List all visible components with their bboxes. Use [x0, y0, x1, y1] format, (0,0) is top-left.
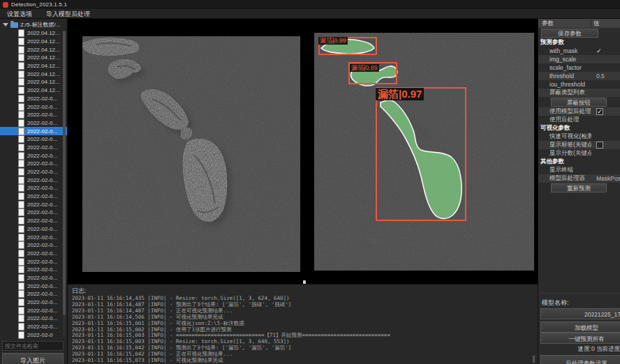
file-item[interactable]: 2022-02-0... [0, 127, 67, 135]
file-item[interactable]: 2022-02-0... [0, 306, 67, 314]
file-item[interactable]: 2022.04.12... [0, 78, 67, 86]
file-item[interactable]: 2022.04.12... [0, 29, 67, 38]
sidebar-scrollbar[interactable] [63, 31, 66, 338]
param-row[interactable]: 显示标签(关键点) [538, 141, 620, 149]
file-item[interactable]: 2022-02-0... [0, 168, 67, 176]
file-item[interactable]: 2022-02-0... [0, 135, 67, 144]
log-scrollbar[interactable] [533, 356, 535, 363]
param-value: 0.5 [591, 73, 620, 79]
file-item[interactable]: 2022-02-0... [0, 257, 67, 266]
file-item[interactable]: 2022.04.12... [0, 70, 67, 78]
param-row[interactable]: with_mask✓ [538, 47, 620, 55]
param-row[interactable]: 快速可视化(检测) [538, 132, 620, 141]
file-item[interactable]: 2022.04.12... [0, 38, 67, 46]
file-item[interactable]: 2022-02-0... [0, 95, 67, 103]
detection-label: 漏箔|0.99 [318, 37, 348, 45]
file-icon [18, 86, 24, 94]
checkbox-empty[interactable] [596, 142, 603, 149]
import-image-button[interactable]: 导入图片 [2, 353, 64, 364]
file-item[interactable]: 2022-02-0... [0, 225, 67, 234]
param-group-header: 可视化参数 [538, 124, 620, 132]
file-item[interactable]: 2022-02-0... [0, 208, 67, 217]
param-label: 使用模型后处理 [538, 107, 591, 116]
file-tree: Z:/5-标注数据/... 2022.04.12...2022.04.12...… [0, 20, 67, 341]
param-row[interactable]: 模型后处理器MaskPostPro [538, 174, 620, 183]
search-input[interactable] [2, 341, 64, 351]
param-row[interactable]: 显示终端 [538, 166, 620, 174]
predict-all-button[interactable]: 一键预测所有 [540, 333, 620, 344]
file-icon [18, 217, 24, 225]
file-item[interactable]: 2022-02-0... [0, 233, 67, 241]
file-item[interactable]: 2022-02-0... [0, 323, 67, 331]
param-group-header: 预测参数 [538, 38, 620, 47]
file-icon [18, 135, 24, 143]
file-item[interactable]: 2022-02-0... [0, 314, 67, 323]
file-item[interactable]: 2022.04.12... [0, 54, 67, 62]
file-icon [18, 314, 24, 322]
param-value [591, 142, 620, 149]
file-icon [18, 266, 24, 273]
file-item[interactable]: 2022.04.12... [0, 62, 67, 70]
file-item[interactable]: 2022-02-0... [0, 250, 67, 258]
file-item[interactable]: 2022-02-0 [0, 331, 67, 339]
checkmark-icon: ✓ [596, 47, 602, 54]
file-item[interactable]: 2022-02-0... [0, 103, 67, 111]
param-row[interactable]: 显示分数(关键点) [538, 149, 620, 158]
menu-item-import-postprocess[interactable]: 导入模型后处理 [39, 9, 97, 19]
tree-root-folder[interactable]: Z:/5-标注数据/... [0, 20, 67, 29]
param-row[interactable]: img_scale [538, 55, 620, 63]
file-icon [18, 103, 24, 111]
file-item-label: 2022-02-0... [27, 104, 57, 110]
file-icon [18, 29, 24, 37]
file-item[interactable]: 2022-02-0... [0, 119, 67, 128]
param-button[interactable]: 保存参数 [541, 29, 598, 38]
param-button[interactable]: 屏蔽按钮 [551, 98, 607, 107]
detection-box [376, 87, 466, 221]
file-item[interactable]: 2022-02-0... [0, 241, 67, 250]
source-image-view[interactable] [82, 36, 300, 272]
file-item[interactable]: 2022-02-0... [0, 111, 67, 119]
parameter-panel: 参数 值 保存参数预测参数with_mask✓img_scalescale_fa… [538, 19, 620, 364]
file-item[interactable]: 2022-02-0... [0, 217, 67, 225]
file-item[interactable]: 2022-02-0... [0, 200, 67, 208]
model-name-field[interactable]: 20221225_174813 [540, 308, 620, 319]
menu-item-settings[interactable]: 设置选项 [0, 9, 39, 19]
load-model-button[interactable]: 加载模型 [540, 321, 620, 333]
file-item[interactable]: 2022-02-0... [0, 290, 67, 298]
file-item[interactable]: 2022-02-0... [0, 184, 67, 192]
param-value: MaskPostPro [591, 175, 620, 182]
file-item[interactable]: 2022-02-0... [0, 266, 67, 274]
file-item[interactable]: 2022-02-0... [0, 144, 67, 152]
file-icon [18, 70, 24, 78]
postprocess-params-button[interactable]: 后处理参数设置 [540, 355, 620, 364]
param-row[interactable]: scale_factor [538, 63, 620, 72]
file-item[interactable]: 2022-02-0... [0, 151, 67, 160]
detection-label: 漏箔|0.97 [376, 88, 424, 100]
prediction-image-view[interactable]: 漏箔|0.99 漏箔|0.89 漏箔|0.97 [314, 33, 534, 271]
file-item[interactable]: 2022-02-0... [0, 282, 67, 290]
checkbox-checked[interactable]: ✓ [596, 108, 603, 115]
file-item[interactable]: 2022-02-0... [0, 274, 67, 282]
file-icon [18, 95, 24, 103]
value-column-header: 值 [591, 20, 620, 28]
file-item[interactable]: 2022-02-0... [0, 192, 67, 201]
file-item[interactable]: 2022.04.12... [0, 45, 67, 54]
param-button-row: 屏蔽按钮 [538, 97, 620, 107]
param-row[interactable]: 使用模型后处理✓ [538, 107, 620, 116]
param-group-header: 其他参数 [538, 158, 620, 166]
file-item-label: 2022-02-0... [27, 242, 57, 248]
param-button[interactable]: 重新预测 [551, 183, 607, 192]
file-item-label: 2022-02-0... [27, 96, 57, 102]
param-row[interactable]: 使用后处理 [538, 116, 620, 124]
param-row[interactable]: 屏蔽类型列表 [538, 89, 620, 97]
param-row[interactable]: iou_threshold [538, 80, 620, 89]
log-panel: 日志: 2023-01-11 16:16:14,435 |INFO| - Res… [68, 284, 538, 364]
file-item[interactable]: 2022-02-0... [0, 298, 67, 307]
file-item[interactable]: 2022-02-0... [0, 160, 67, 168]
file-sidebar: Z:/5-标注数据/... 2022.04.12...2022.04.12...… [0, 19, 68, 364]
param-row[interactable]: threshold0.5 [538, 72, 620, 80]
file-item-label: 2022-02-0... [27, 259, 57, 265]
file-item[interactable]: 2022-02-0... [0, 176, 67, 184]
file-icon [18, 54, 24, 61]
file-item[interactable]: 2022.04.12... [0, 86, 67, 95]
